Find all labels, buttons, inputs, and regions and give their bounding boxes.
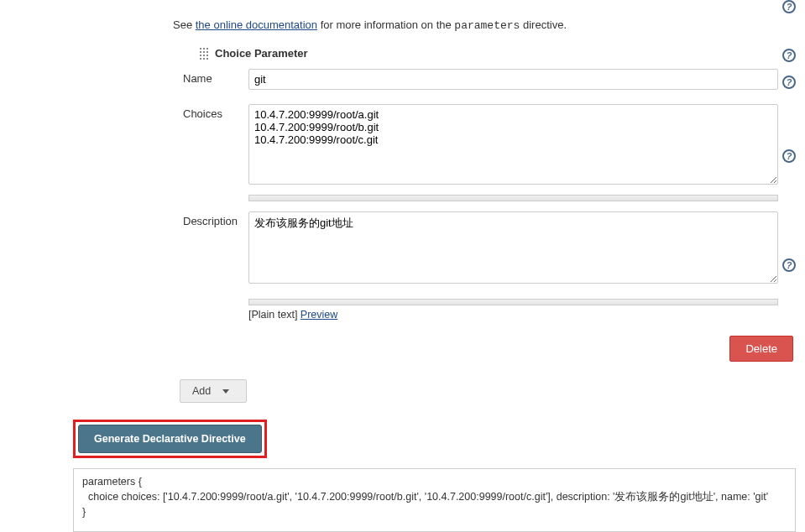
chevron-down-icon bbox=[222, 389, 229, 394]
resize-handle[interactable] bbox=[248, 299, 778, 305]
plain-text-label: [Plain text] bbox=[248, 309, 301, 321]
generated-output[interactable]: parameters { choice choices: ['10.4.7.20… bbox=[73, 468, 796, 532]
add-button-label: Add bbox=[192, 385, 211, 397]
intro-text: See the online documentation for more in… bbox=[173, 18, 567, 32]
delete-button[interactable]: Delete bbox=[729, 336, 793, 362]
intro-code: parameters bbox=[454, 19, 520, 32]
generate-directive-button[interactable]: Generate Declarative Directive bbox=[78, 425, 262, 453]
choices-textarea[interactable]: 10.4.7.200:9999/root/a.git 10.4.7.200:99… bbox=[248, 104, 778, 185]
intro-suffix: directive. bbox=[520, 18, 567, 31]
description-textarea[interactable]: 发布该服务的git地址 bbox=[248, 211, 778, 284]
help-icon[interactable]: ? bbox=[782, 0, 796, 13]
intro-prefix: See bbox=[173, 18, 196, 31]
online-documentation-link[interactable]: the online documentation bbox=[196, 18, 317, 31]
choice-parameter-header: Choice Parameter bbox=[200, 47, 308, 60]
intro-mid: for more information on the bbox=[317, 18, 454, 31]
section-title: Choice Parameter bbox=[215, 47, 308, 60]
description-row: Description 发布该服务的git地址 bbox=[183, 211, 778, 286]
description-label: Description bbox=[183, 211, 247, 227]
preview-link[interactable]: Preview bbox=[301, 309, 337, 321]
add-button[interactable]: Add bbox=[180, 379, 247, 403]
help-icon[interactable]: ? bbox=[782, 76, 796, 89]
name-input[interactable] bbox=[248, 69, 778, 90]
choices-row: Choices 10.4.7.200:9999/root/a.git 10.4.… bbox=[183, 104, 778, 187]
drag-handle-icon[interactable] bbox=[200, 48, 210, 60]
choices-label: Choices bbox=[183, 104, 247, 120]
generate-highlight: Generate Declarative Directive bbox=[73, 420, 267, 458]
resize-handle[interactable] bbox=[248, 195, 778, 201]
name-label: Name bbox=[183, 69, 247, 85]
description-format-line: [Plain text] Preview bbox=[248, 309, 337, 321]
help-icon[interactable]: ? bbox=[782, 149, 796, 163]
help-icon[interactable]: ? bbox=[782, 258, 796, 272]
help-icon[interactable]: ? bbox=[782, 49, 796, 62]
name-row: Name bbox=[183, 69, 778, 90]
